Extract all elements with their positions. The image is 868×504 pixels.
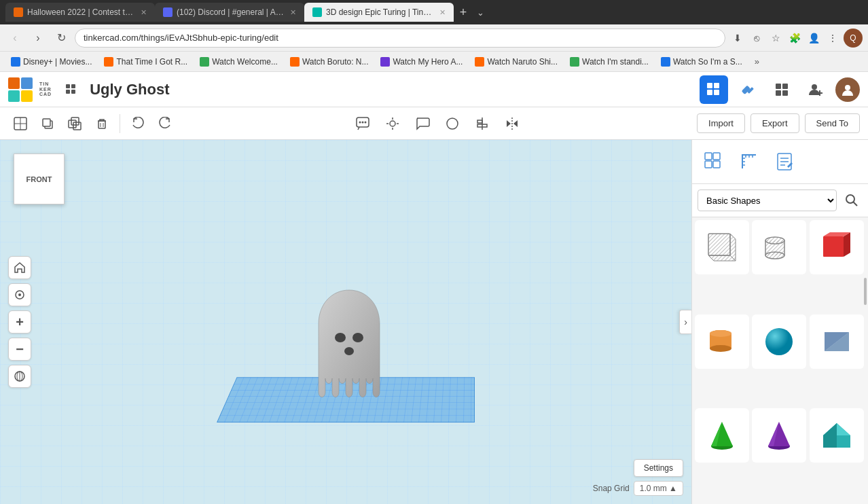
toolbar-divider-1 <box>120 114 120 133</box>
bookmark-favicon-7 <box>570 57 579 67</box>
import-button[interactable]: Import <box>697 113 745 133</box>
snap-chevron-icon: ▲ <box>669 484 677 493</box>
ghost-model[interactable] <box>312 287 380 399</box>
tab-1[interactable]: Halloween 2022 | Contest the... ✕ <box>5 3 155 22</box>
undo-button[interactable] <box>126 111 150 136</box>
delete-button[interactable] <box>90 111 114 136</box>
shape-cylinder[interactable] <box>695 314 749 369</box>
bookmark-2[interactable]: That Time I Got R... <box>98 56 193 68</box>
profile-icon[interactable]: 👤 <box>806 30 822 46</box>
copy-button[interactable] <box>35 111 60 136</box>
tab-close-2[interactable]: ✕ <box>290 8 296 17</box>
canvas-area[interactable]: FRONT + − <box>0 140 691 504</box>
panel-collapse-button[interactable]: › <box>679 310 691 334</box>
panel-note-button[interactable] <box>768 145 801 178</box>
bookmark-8[interactable]: Watch So I'm a S... <box>655 56 748 68</box>
bookmark-7[interactable]: Watch I'm standi... <box>564 56 654 68</box>
back-button[interactable]: ‹ <box>5 29 24 48</box>
svg-point-86 <box>710 330 731 337</box>
svg-marker-99 <box>823 423 837 448</box>
light-button[interactable] <box>380 111 405 136</box>
tab-close-1[interactable]: ✕ <box>141 8 147 17</box>
redo-icon <box>158 117 172 130</box>
shape-roof[interactable] <box>810 408 864 463</box>
shape-box-hole[interactable] <box>695 220 749 274</box>
speech-button[interactable] <box>410 111 435 136</box>
tab-overflow-button[interactable]: ⌄ <box>473 5 488 20</box>
logo-cell-i <box>21 77 33 89</box>
user-profile-avatar[interactable] <box>835 77 860 102</box>
svg-point-14 <box>812 84 817 90</box>
shape-wedge[interactable] <box>810 314 864 369</box>
extensions-icon[interactable]: 🧩 <box>786 30 803 46</box>
bookmark-disney[interactable]: Disney+ | Movies... <box>5 56 97 68</box>
fit-view-button[interactable] <box>8 283 31 306</box>
panel-ruler-button[interactable] <box>733 145 765 178</box>
address-input[interactable] <box>75 29 725 48</box>
zoom-out-button[interactable]: − <box>8 338 31 361</box>
shape-cylinder-hole[interactable] <box>752 220 806 274</box>
bookmark-3[interactable]: Watch Welcome... <box>194 56 283 68</box>
new-tab-button[interactable]: + <box>454 3 473 22</box>
bookmarks-overflow[interactable]: » <box>749 55 765 68</box>
create-shape-button[interactable] <box>8 111 33 136</box>
blocks-button[interactable] <box>767 75 796 104</box>
bookmark-5[interactable]: Watch My Hero A... <box>375 56 468 68</box>
sendto-button[interactable]: Send To <box>805 113 860 133</box>
home-view-button[interactable] <box>8 256 31 279</box>
shape-cone-green[interactable] <box>695 408 749 463</box>
main-area: FRONT + − <box>0 140 868 504</box>
svg-rect-11 <box>782 84 788 89</box>
chat-button[interactable] <box>350 111 375 136</box>
duplicate-icon <box>68 117 82 130</box>
shape-cone-purple-svg <box>760 416 798 454</box>
zoom-in-button[interactable]: + <box>8 310 31 334</box>
share-icon[interactable]: ⎋ <box>748 30 765 46</box>
tinkercad-logo[interactable] <box>8 77 33 102</box>
export-button[interactable]: Export <box>751 113 799 133</box>
light-icon <box>385 116 400 131</box>
settings-button[interactable]: Settings <box>634 459 683 477</box>
panel-scrollbar-track[interactable] <box>864 255 867 477</box>
user-avatar[interactable]: Q <box>844 29 863 48</box>
add-user-button[interactable] <box>801 75 830 104</box>
shape-category-select[interactable]: Basic Shapes <box>698 190 837 211</box>
tab-close-3[interactable]: ✕ <box>439 8 446 17</box>
mirror-button[interactable] <box>500 111 524 136</box>
reload-button[interactable]: ↻ <box>52 29 71 48</box>
snap-label: Snap Grid <box>593 484 630 493</box>
bookmark-star-icon[interactable]: ☆ <box>767 30 784 46</box>
align-button[interactable] <box>470 111 494 136</box>
delete-icon <box>95 117 109 130</box>
settings-dots-icon[interactable]: ⋮ <box>825 30 841 46</box>
canvas-footer: Settings Snap Grid 1.0 mm ▲ <box>593 459 683 496</box>
search-button[interactable] <box>841 190 863 211</box>
redo-button[interactable] <box>153 111 177 136</box>
grid-button[interactable] <box>700 75 728 104</box>
bookmark-6[interactable]: Watch Naruto Shi... <box>469 56 563 68</box>
blocks-icon <box>774 82 789 97</box>
tab-favicon-3 <box>312 7 322 17</box>
shape-box[interactable] <box>810 220 864 274</box>
panel-grid-button[interactable] <box>698 145 730 178</box>
bookmark-4[interactable]: Watch Boruto: N... <box>285 56 374 68</box>
duplicate-button[interactable] <box>62 111 87 136</box>
hammer-button[interactable] <box>734 75 762 104</box>
orientation-button[interactable] <box>8 365 31 388</box>
copy-icon <box>41 117 54 130</box>
svg-point-79 <box>765 252 784 259</box>
view-cube[interactable]: FRONT <box>14 154 65 204</box>
create-shape-icon <box>13 116 28 131</box>
tab-2[interactable]: (102) Discord | #general | AS... ✕ <box>155 3 304 22</box>
tab-3[interactable]: 3D design Epic Turing | Tinker... ✕ <box>304 3 454 22</box>
snap-value[interactable]: 1.0 mm ▲ <box>634 481 683 496</box>
circle-button[interactable] <box>440 111 465 136</box>
shape-cone-purple[interactable] <box>752 408 806 463</box>
download-icon[interactable]: ⬇ <box>729 30 746 46</box>
shape-sphere[interactable] <box>752 314 806 369</box>
grid-view-icon <box>65 84 77 96</box>
svg-marker-90 <box>825 332 849 351</box>
forward-button[interactable]: › <box>29 29 48 48</box>
app-container: TIN KER CAD Ugly Ghost <box>0 72 868 504</box>
minus-icon: − <box>16 342 24 357</box>
